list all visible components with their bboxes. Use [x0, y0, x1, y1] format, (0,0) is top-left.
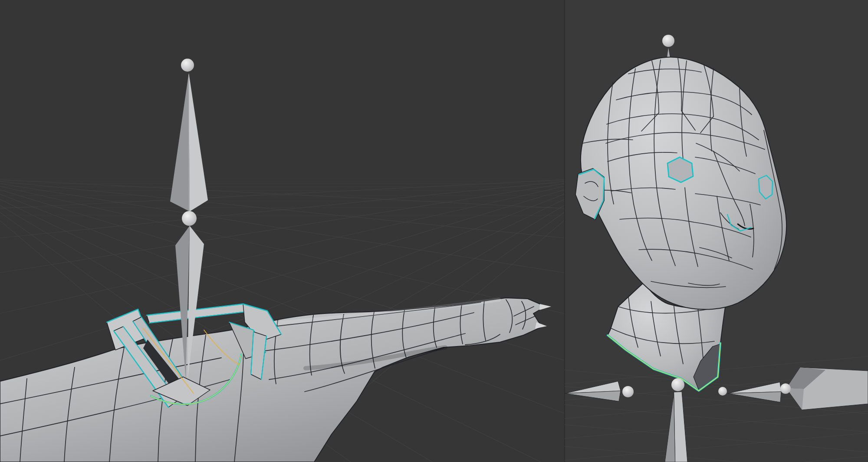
bone-joint-sphere[interactable] [718, 387, 727, 396]
3d-viewport-scene[interactable] [0, 0, 868, 462]
viewport-pane-shoulder[interactable] [0, 0, 564, 462]
bone-joint-sphere[interactable] [780, 383, 791, 394]
bone-joint-sphere[interactable] [662, 35, 674, 47]
viewport-split-stage [0, 0, 868, 462]
viewport-pane-head[interactable] [564, 0, 868, 462]
bone-joint-sphere[interactable] [622, 386, 634, 397]
bone-joint-sphere[interactable] [181, 59, 194, 72]
bone-joint-sphere[interactable] [182, 211, 197, 226]
bone-joint-sphere[interactable] [671, 378, 684, 391]
